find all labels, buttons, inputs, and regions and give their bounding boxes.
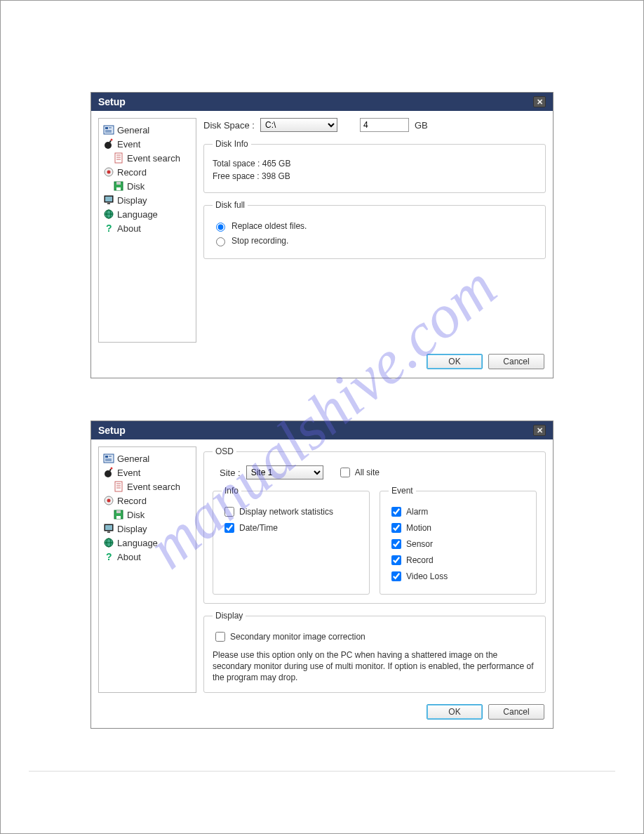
radio-replace-input[interactable]: [216, 223, 225, 232]
motion-label: Motion: [406, 523, 431, 533]
svg-rect-15: [116, 182, 121, 185]
titlebar: Setup ✕: [91, 93, 553, 111]
nav-language[interactable]: Language: [102, 207, 193, 221]
nav-label: Event: [117, 139, 140, 150]
svg-point-5: [105, 142, 112, 149]
titlebar: Setup ✕: [91, 421, 553, 439]
alarm-checkbox[interactable]: Alarm: [389, 505, 528, 519]
gb-input[interactable]: [360, 118, 409, 132]
button-row: OK Cancel: [91, 700, 553, 728]
nav-label: Event: [117, 468, 140, 478]
net-stats-checkbox[interactable]: Display network statistics: [222, 505, 361, 519]
motion-input[interactable]: [391, 523, 401, 533]
nav-record[interactable]: Record: [102, 165, 193, 179]
nav-disk[interactable]: Disk: [102, 508, 193, 522]
ok-button[interactable]: OK: [427, 354, 483, 369]
nav-event[interactable]: Event: [102, 465, 193, 479]
site-select[interactable]: Site 1: [246, 465, 323, 479]
alarm-input[interactable]: [391, 507, 401, 517]
record-label: Record: [406, 555, 434, 565]
svg-point-29: [105, 470, 112, 477]
svg-rect-18: [105, 197, 112, 201]
svg-rect-32: [115, 482, 122, 491]
document-icon: [113, 481, 124, 492]
cancel-button[interactable]: Cancel: [488, 354, 544, 369]
close-icon: ✕: [537, 427, 543, 435]
nav-display[interactable]: Display: [102, 193, 193, 207]
video-loss-checkbox[interactable]: Video Loss: [389, 569, 528, 583]
svg-rect-19: [107, 203, 110, 204]
secondary-monitor-checkbox[interactable]: Secondary monitor image correction: [213, 630, 537, 644]
nav-event[interactable]: Event: [102, 137, 193, 151]
dialog-body: General Event Event search: [91, 111, 553, 350]
sensor-checkbox[interactable]: Sensor: [389, 537, 528, 551]
radio-stop-input[interactable]: [216, 237, 225, 246]
datetime-checkbox[interactable]: Date/Time: [222, 521, 361, 535]
datetime-input[interactable]: [224, 523, 234, 533]
card-icon: [103, 453, 114, 464]
all-site-checkbox[interactable]: All site: [337, 465, 380, 479]
nav-disk[interactable]: Disk: [102, 179, 193, 193]
nav-about[interactable]: ? About: [102, 221, 193, 235]
close-icon: ✕: [537, 98, 543, 106]
disk-icon: [113, 509, 124, 520]
record-checkbox[interactable]: Record: [389, 553, 528, 567]
datetime-label: Date/Time: [239, 523, 278, 533]
event-legend: Event: [389, 486, 416, 496]
nav-general[interactable]: General: [102, 451, 193, 465]
nav-language[interactable]: Language: [102, 536, 193, 550]
setup-dialog-display: Setup ✕ General Event: [90, 421, 554, 729]
nav-display[interactable]: Display: [102, 522, 193, 536]
secondary-monitor-input[interactable]: [215, 632, 225, 642]
document-page: manualshive.com Setup ✕ General: [0, 0, 644, 834]
nav-tree: General Event Event search: [98, 118, 196, 343]
video-loss-input[interactable]: [391, 571, 401, 581]
svg-text:?: ?: [106, 551, 112, 562]
nav-general[interactable]: General: [102, 123, 193, 137]
svg-point-31: [111, 468, 113, 470]
sensor-input[interactable]: [391, 539, 401, 549]
disk-space-row: Disk Space : C:\ GB: [203, 118, 546, 132]
motion-checkbox[interactable]: Motion: [389, 521, 528, 535]
nav-label: General: [117, 454, 149, 464]
nav-event-search[interactable]: Event search: [102, 151, 193, 165]
net-stats-label: Display network statistics: [239, 507, 333, 517]
radio-stop[interactable]: Stop recording.: [213, 235, 537, 246]
disk-space-label: Disk Space :: [203, 120, 255, 131]
net-stats-input[interactable]: [224, 507, 234, 517]
nav-record[interactable]: Record: [102, 494, 193, 508]
svg-rect-0: [104, 126, 114, 134]
close-button[interactable]: ✕: [533, 96, 546, 107]
svg-point-7: [111, 139, 113, 141]
bomb-icon: [103, 467, 114, 478]
content-panel: Disk Space : C:\ GB Disk Info Total spac…: [203, 118, 546, 343]
radio-replace[interactable]: Replace oldest files.: [213, 220, 537, 232]
drive-select[interactable]: C:\: [260, 118, 337, 132]
nav-event-search[interactable]: Event search: [102, 479, 193, 494]
svg-point-37: [107, 499, 111, 503]
info-fieldset: Info Display network statistics Date/Tim…: [213, 486, 370, 595]
video-loss-label: Video Loss: [406, 571, 448, 581]
disk-full-legend: Disk full: [213, 200, 248, 210]
svg-rect-8: [115, 153, 122, 163]
svg-rect-39: [116, 510, 121, 513]
disk-icon: [113, 180, 124, 192]
radio-stop-label: Stop recording.: [232, 236, 288, 246]
document-icon: [113, 152, 124, 164]
nav-label: Record: [117, 496, 147, 506]
ok-button[interactable]: OK: [427, 704, 483, 720]
cancel-button[interactable]: Cancel: [488, 704, 544, 720]
close-button[interactable]: ✕: [533, 425, 546, 436]
osd-columns: Info Display network statistics Date/Tim…: [213, 486, 537, 595]
nav-label: About: [117, 223, 141, 234]
record-input[interactable]: [391, 555, 401, 565]
nav-label: Record: [117, 167, 147, 178]
nav-about[interactable]: ? About: [102, 550, 193, 564]
all-site-input[interactable]: [340, 468, 350, 477]
site-label: Site :: [220, 468, 241, 478]
svg-rect-1: [105, 127, 108, 129]
globe-icon: [103, 208, 114, 220]
nav-label: General: [117, 125, 149, 135]
display-fieldset: Display Secondary monitor image correcti…: [203, 611, 546, 693]
question-icon: ?: [103, 551, 114, 562]
